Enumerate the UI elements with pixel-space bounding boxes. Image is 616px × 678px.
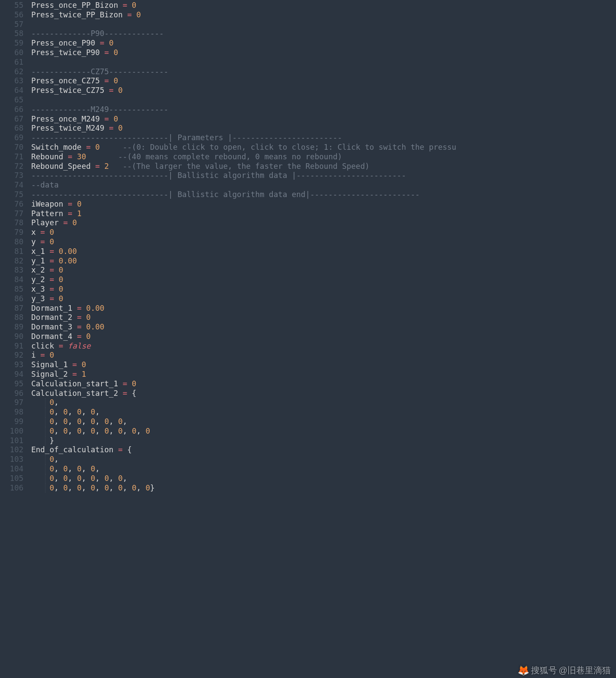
- line-number: 74: [0, 181, 23, 190]
- line-number: 76: [0, 200, 23, 209]
- code-line: 0, 0, 0, 0,: [31, 464, 616, 474]
- line-number: 73: [0, 171, 23, 181]
- watermark: 🦊 搜狐号@旧巷里滴猫: [518, 666, 611, 675]
- code-line: Rebound = 30 --(40 means complete reboun…: [31, 152, 616, 162]
- line-number: 106: [0, 484, 23, 493]
- line-number-gutter: 5556575859606162636465666768697071727374…: [0, 0, 31, 678]
- code-line: 0, 0, 0, 0, 0, 0,: [31, 417, 616, 427]
- line-number: 95: [0, 379, 23, 389]
- line-number: 71: [0, 152, 23, 162]
- code-line: ------------------------------| Ballisti…: [31, 190, 616, 200]
- code-line: Press_twice_M249 = 0: [31, 124, 616, 133]
- line-number: 87: [0, 304, 23, 313]
- code-line: }: [31, 436, 616, 446]
- code-line: i = 0: [31, 351, 616, 360]
- code-line: Rebound_Speed = 2 --(The larger the valu…: [31, 162, 616, 171]
- line-number: 100: [0, 427, 23, 436]
- line-number: 99: [0, 417, 23, 427]
- line-number: 70: [0, 143, 23, 152]
- line-number: 102: [0, 445, 23, 455]
- code-line: x = 0: [31, 228, 616, 237]
- code-line: Dormant_2 = 0: [31, 313, 616, 323]
- line-number: 90: [0, 332, 23, 342]
- code-line: Press_once_M249 = 0: [31, 115, 616, 124]
- code-line: Press_twice_CZ75 = 0: [31, 86, 616, 95]
- line-number: 97: [0, 398, 23, 408]
- line-number: 75: [0, 190, 23, 200]
- code-line: x_1 = 0.00: [31, 247, 616, 257]
- line-number: 94: [0, 370, 23, 379]
- line-number: 92: [0, 351, 23, 360]
- code-line: x_2 = 0: [31, 266, 616, 275]
- code-line: Press_once_CZ75 = 0: [31, 76, 616, 86]
- line-number: 89: [0, 323, 23, 332]
- line-number: 55: [0, 1, 23, 10]
- code-line: 0,: [31, 398, 616, 408]
- code-line: -------------CZ75-------------: [31, 67, 616, 77]
- watermark-prefix: 搜狐号: [531, 666, 557, 675]
- line-number: 82: [0, 257, 23, 266]
- line-number: 85: [0, 285, 23, 294]
- code-line: End_of_calculation = {: [31, 445, 616, 455]
- code-line: Calculation_start_2 = {: [31, 389, 616, 398]
- code-line: -------------M249-------------: [31, 105, 616, 115]
- line-number: 59: [0, 39, 23, 48]
- code-line: [31, 58, 616, 67]
- line-number: 79: [0, 228, 23, 237]
- line-number: 67: [0, 115, 23, 124]
- line-number: 101: [0, 436, 23, 446]
- code-line: 0, 0, 0, 0,: [31, 408, 616, 417]
- line-number: 78: [0, 218, 23, 228]
- code-line: ------------------------------| Ballisti…: [31, 171, 616, 181]
- line-number: 84: [0, 275, 23, 285]
- line-number: 103: [0, 455, 23, 464]
- code-editor[interactable]: 5556575859606162636465666768697071727374…: [0, 0, 616, 678]
- line-number: 105: [0, 474, 23, 484]
- code-line: 0, 0, 0, 0, 0, 0, 0, 0: [31, 427, 616, 436]
- code-line: x_3 = 0: [31, 285, 616, 294]
- sohu-logo-icon: 🦊: [518, 666, 529, 675]
- code-line: click = false: [31, 342, 616, 351]
- line-number: 63: [0, 76, 23, 86]
- code-line: Calculation_start_1 = 0: [31, 379, 616, 389]
- line-number: 66: [0, 105, 23, 115]
- code-line: Dormant_3 = 0.00: [31, 323, 616, 332]
- line-number: 93: [0, 360, 23, 370]
- line-number: 83: [0, 266, 23, 275]
- line-number: 56: [0, 10, 23, 20]
- code-line: 0, 0, 0, 0, 0, 0,: [31, 474, 616, 484]
- line-number: 91: [0, 342, 23, 351]
- code-line: y_3 = 0: [31, 294, 616, 304]
- code-line: y_1 = 0.00: [31, 257, 616, 266]
- code-line: Switch_mode = 0 --(0: Double click to op…: [31, 143, 616, 152]
- line-number: 81: [0, 247, 23, 257]
- line-number: 104: [0, 464, 23, 474]
- code-line: --data: [31, 181, 616, 190]
- code-line: Press_once_PP_Bizon = 0: [31, 1, 616, 10]
- line-number: 69: [0, 133, 23, 143]
- code-line: [31, 20, 616, 30]
- code-line: Signal_2 = 1: [31, 370, 616, 379]
- code-line: 0,: [31, 455, 616, 464]
- line-number: 88: [0, 313, 23, 323]
- line-number: 68: [0, 124, 23, 133]
- line-number: 64: [0, 86, 23, 95]
- code-line: Signal_1 = 0: [31, 360, 616, 370]
- line-number: 57: [0, 20, 23, 30]
- line-number: 80: [0, 237, 23, 247]
- code-line: iWeapon = 0: [31, 200, 616, 209]
- line-number: 62: [0, 67, 23, 77]
- line-number: 58: [0, 29, 23, 39]
- code-line: -------------P90-------------: [31, 29, 616, 39]
- line-number: 61: [0, 58, 23, 67]
- code-line: y_2 = 0: [31, 275, 616, 285]
- line-number: 60: [0, 48, 23, 58]
- code-line: Press_twice_P90 = 0: [31, 48, 616, 58]
- line-number: 96: [0, 389, 23, 398]
- line-number: 72: [0, 162, 23, 171]
- code-line: Player = 0: [31, 218, 616, 228]
- code-line: [31, 95, 616, 105]
- code-area[interactable]: Press_once_PP_Bizon = 0Press_twice_PP_Bi…: [31, 0, 616, 678]
- code-line: Press_once_P90 = 0: [31, 39, 616, 48]
- code-line: y = 0: [31, 237, 616, 247]
